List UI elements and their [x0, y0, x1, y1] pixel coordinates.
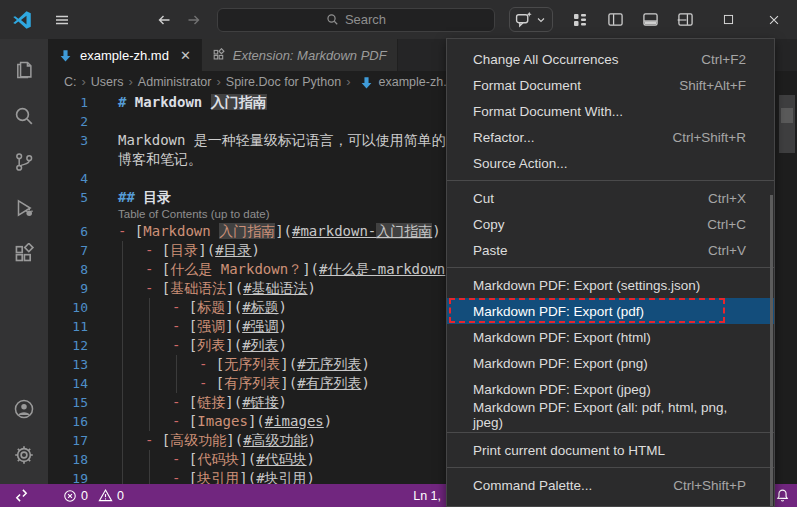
line-content: - [标题](#标题) — [118, 299, 287, 315]
menu-item-format-document[interactable]: Format DocumentShift+Alt+F — [447, 72, 774, 98]
breadcrumb-item[interactable]: Users — [91, 75, 124, 89]
run-debug-icon[interactable] — [0, 185, 48, 231]
indent-guide — [149, 336, 150, 355]
indent-guide — [122, 317, 123, 336]
copilot-chat-button[interactable] — [509, 7, 553, 32]
line-content: - [代码块](#代码块) — [118, 451, 315, 467]
search-placeholder: Search — [345, 12, 386, 27]
menu-item-label: Markdown PDF: Export (pdf) — [473, 304, 644, 319]
minimize-button[interactable] — [659, 0, 705, 39]
breadcrumb-chevron-icon: › — [129, 74, 133, 89]
notifications-bell-icon[interactable] — [775, 484, 790, 507]
context-menu-items: Change All OccurrencesCtrl+F2Format Docu… — [447, 46, 774, 498]
menu-item-cut[interactable]: CutCtrl+X — [447, 185, 774, 211]
editor-scrollbar[interactable] — [779, 95, 795, 153]
menu-item-keybinding: Ctrl+Shift+R — [672, 130, 746, 145]
breadcrumb-item[interactable]: Spire.Doc for Python — [226, 75, 341, 89]
indent-guide — [122, 431, 123, 450]
menu-item-label: Markdown PDF: Export (settings.json) — [473, 278, 700, 293]
nav-back-icon[interactable] — [149, 6, 179, 34]
menu-item-markdown-pdf-export-png[interactable]: Markdown PDF: Export (png) — [447, 350, 774, 376]
menu-item-copy[interactable]: CopyCtrl+C — [447, 211, 774, 237]
menu-item-label: Markdown PDF: Export (jpeg) — [473, 382, 651, 397]
line-number: 4 — [48, 169, 88, 188]
tab-label: example-zh.md — [80, 48, 169, 63]
maximize-button[interactable] — [705, 0, 751, 39]
menu-item-command-palette[interactable]: Command Palette...Ctrl+Shift+P — [447, 472, 774, 498]
menu-item-refactor[interactable]: Refactor...Ctrl+Shift+R — [447, 124, 774, 150]
menu-item-keybinding: Ctrl+C — [707, 217, 746, 232]
menu-item-keybinding: Shift+Alt+F — [679, 78, 746, 93]
nav-forward-icon[interactable] — [179, 6, 209, 34]
indent-guide — [122, 469, 123, 485]
menu-item-label: Command Palette... — [473, 478, 592, 493]
errors-indicator[interactable]: 0 — [63, 489, 88, 503]
customize-layout-icon[interactable] — [565, 6, 595, 34]
error-count: 0 — [81, 489, 88, 503]
search-sidebar-icon[interactable] — [0, 93, 48, 139]
menu-item-print-current-document-to-html[interactable]: Print current document to HTML — [447, 437, 774, 463]
line-content: Markdown 是一种轻量级标记语言，可以使用简单的 — [118, 132, 446, 148]
explorer-icon[interactable] — [0, 47, 48, 93]
indent-guide — [122, 298, 123, 317]
toggle-primary-sidebar-icon[interactable] — [600, 6, 630, 34]
menu-item-markdown-pdf-export-html[interactable]: Markdown PDF: Export (html) — [447, 324, 774, 350]
cursor-position[interactable]: Ln 1, — [413, 484, 441, 507]
menu-separator — [447, 432, 774, 433]
settings-gear-icon[interactable] — [0, 432, 48, 478]
indent-guide — [149, 374, 150, 393]
menu-item-keybinding: Ctrl+Shift+P — [673, 478, 746, 493]
indent-guide — [149, 393, 150, 412]
line-number: 8 — [48, 260, 88, 279]
tab-extension-markdown-pdf[interactable]: Extension: Markdown PDF — [202, 39, 398, 71]
context-menu: Change All OccurrencesCtrl+F2Format Docu… — [446, 38, 775, 507]
line-number: 16 — [48, 412, 88, 431]
warnings-indicator[interactable]: 0 — [98, 488, 124, 503]
indent-guide — [122, 279, 123, 298]
menu-item-keybinding: Ctrl+F2 — [701, 52, 746, 67]
menu-item-markdown-pdf-export-pdf[interactable]: Markdown PDF: Export (pdf) — [447, 298, 774, 324]
menu-item-paste[interactable]: PasteCtrl+V — [447, 237, 774, 263]
indent-guide — [176, 355, 177, 374]
menu-item-markdown-pdf-export-settings-json[interactable]: Markdown PDF: Export (settings.json) — [447, 272, 774, 298]
line-content: 博客和笔记。 — [118, 151, 202, 167]
indent-guide — [149, 412, 150, 431]
tab-close-icon[interactable]: ✕ — [180, 48, 191, 63]
search-input[interactable]: Search — [217, 8, 495, 32]
menu-item-source-action[interactable]: Source Action... — [447, 150, 774, 176]
menu-item-change-all-occurrences[interactable]: Change All OccurrencesCtrl+F2 — [447, 46, 774, 72]
line-number: 19 — [48, 469, 88, 485]
breadcrumb-item[interactable]: C: — [64, 75, 77, 89]
warning-icon — [98, 488, 113, 503]
remote-indicator-icon[interactable] — [14, 488, 29, 503]
line-content: - [Images](#images) — [118, 413, 332, 429]
menu-item-markdown-pdf-export-all-pdf-html-png-jpeg[interactable]: Markdown PDF: Export (all: pdf, html, pn… — [447, 402, 774, 428]
line-content: - [块引用](#块引用) — [118, 470, 315, 485]
menu-item-label: Refactor... — [473, 130, 535, 145]
line-number: 18 — [48, 450, 88, 469]
indent-guide — [122, 355, 123, 374]
menu-item-markdown-pdf-export-jpeg[interactable]: Markdown PDF: Export (jpeg) — [447, 376, 774, 402]
line-content: - [目录](#目录) — [118, 242, 260, 258]
menu-item-label: Source Action... — [473, 156, 568, 171]
indent-guide — [149, 469, 150, 485]
menu-item-label: Paste — [473, 243, 508, 258]
breadcrumb-chevron-icon: › — [216, 74, 220, 89]
menu-hamburger-icon[interactable] — [47, 6, 77, 34]
menu-item-format-document-with[interactable]: Format Document With... — [447, 98, 774, 124]
line-number: 17 — [48, 431, 88, 450]
close-button[interactable] — [751, 0, 797, 39]
indent-guide — [149, 355, 150, 374]
menu-item-label: Print current document to HTML — [473, 443, 665, 458]
tab-example-zh-md[interactable]: example-zh.md✕ — [48, 39, 202, 71]
context-menu-scrollbar[interactable] — [770, 195, 773, 507]
line-content: ## 目录 — [118, 189, 171, 205]
account-icon[interactable] — [0, 386, 48, 432]
breadcrumb-item[interactable]: Administrator — [138, 75, 212, 89]
extensions-icon[interactable] — [0, 231, 48, 277]
minimap-slider[interactable] — [781, 108, 793, 123]
warning-count: 0 — [117, 489, 124, 503]
source-control-icon[interactable] — [0, 139, 48, 185]
menu-item-label: Markdown PDF: Export (all: pdf, html, pn… — [473, 400, 746, 430]
indent-guide — [122, 260, 123, 279]
